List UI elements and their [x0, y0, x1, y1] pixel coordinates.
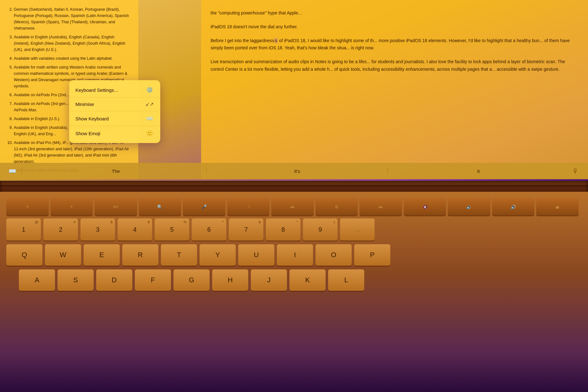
rewind-key[interactable]: ⏮ [271, 198, 314, 215]
list-item: Available on iPad Pro (M4), iP... genera… [14, 140, 131, 165]
function-key-row: ☀ ☀ ⊞⊟ 🔍 🎤 ☽ ⏮ ⏸ ⏭ 🔇 🔉 🔊 ⏏ [6, 198, 579, 215]
toolbar-keyboard-icon[interactable]: ⌨️ [6, 167, 22, 175]
keyboard-key-rows: ☀ ☀ ⊞⊟ 🔍 🎤 ☽ ⏮ ⏸ ⏭ 🔇 🔉 🔊 ⏏ 1 @ [0, 192, 588, 291]
right-document-panel: the "computing powerhouse" hype that App… [201, 0, 588, 179]
asdf-row: A S D F G H J K L [6, 269, 579, 291]
context-menu-item-show-emoji[interactable]: Show Emoji 🙂 [69, 126, 160, 141]
context-menu: Keyboard Settings... ⚙️ Minimise ↙↗ Show… [69, 80, 160, 143]
key-a[interactable]: A [19, 269, 55, 291]
key-u[interactable]: U [238, 244, 274, 266]
key-l[interactable]: L [328, 269, 364, 291]
show-keyboard-label: Show Keyboard [75, 116, 109, 121]
article-paragraph: Before I get into the laggardnesso of iP… [211, 37, 579, 52]
key-6[interactable]: 6 ^ [192, 218, 226, 240]
key-8[interactable]: 8 * [266, 218, 300, 240]
gear-icon: ⚙️ [145, 86, 154, 93]
physical-keyboard: ☀ ☀ ⊞⊟ 🔍 🎤 ☽ ⏮ ⏸ ⏭ 🔇 🔉 🔊 ⏏ 1 @ [0, 192, 588, 392]
key-3[interactable]: 3 $ [80, 218, 115, 240]
emoji-icon: 🙂 [145, 130, 154, 137]
key-1[interactable]: 1 @ [6, 218, 41, 240]
minimise-label: Minimise [75, 102, 94, 107]
key-h[interactable]: H [212, 269, 248, 291]
brightness-down-key[interactable]: ☀ [6, 198, 49, 215]
key-0[interactable]: ... [340, 218, 375, 240]
key-2[interactable]: 2 # [43, 218, 78, 240]
volume-up-key[interactable]: 🔊 [492, 198, 535, 215]
key-q[interactable]: Q [6, 244, 42, 266]
eject-key[interactable]: ⏏ [536, 198, 579, 215]
keyboard-toolbar: ⌨️ The It's It 🎙 [0, 163, 588, 179]
key-g[interactable]: G [173, 269, 210, 291]
key-p[interactable]: P [354, 244, 390, 266]
key-4[interactable]: 4 $ [118, 218, 152, 240]
minimise-icon: ↙↗ [145, 101, 154, 107]
key-w[interactable]: W [45, 244, 81, 266]
key-f[interactable]: F [135, 269, 171, 291]
suggestion-its[interactable]: It's [206, 166, 388, 176]
keyboard-icon: ⌨️ [145, 115, 154, 122]
dictation-key[interactable]: 🎤 [183, 198, 225, 215]
key-s[interactable]: S [58, 269, 94, 291]
key-y[interactable]: Y [200, 244, 236, 266]
key-5[interactable]: 5 % [155, 218, 189, 240]
key-i[interactable]: I [277, 244, 313, 266]
ipad-screen: German (Switzerland), Italian II, Korean… [0, 0, 588, 189]
show-emoji-label: Show Emoji [75, 131, 100, 136]
fast-forward-key[interactable]: ⏭ [360, 198, 402, 215]
list-item: German (Switzerland), Italian II, Korean… [14, 6, 131, 31]
do-not-disturb-key[interactable]: ☽ [227, 198, 270, 215]
mute-key[interactable]: 🔇 [404, 198, 446, 215]
list-item: Available with variables created using t… [14, 55, 131, 62]
suggestion-it[interactable]: It [388, 166, 569, 176]
key-k[interactable]: K [289, 269, 326, 291]
article-paragraph: Live transcription and summarization of … [211, 58, 579, 73]
article-text: the "computing powerhouse" hype that App… [211, 9, 579, 73]
key-o[interactable]: O [316, 244, 352, 266]
context-menu-item-minimise[interactable]: Minimise ↙↗ [69, 97, 160, 111]
context-menu-item-show-keyboard[interactable]: Show Keyboard ⌨️ [69, 111, 160, 126]
play-pause-key[interactable]: ⏸ [316, 198, 358, 215]
hinge-line [0, 185, 588, 186]
scene: German (Switzerland), Italian II, Korean… [0, 0, 588, 392]
key-e[interactable]: E [84, 244, 120, 266]
brightness-up-key[interactable]: ☀ [51, 198, 93, 215]
keyboard-settings-label: Keyboard Settings... [75, 87, 118, 93]
key-d[interactable]: D [96, 269, 132, 291]
number-key-row: 1 @ 2 # 3 $ 4 $ 5 % [6, 218, 579, 240]
suggestion-the[interactable]: The [25, 166, 206, 176]
key-7[interactable]: 7 & [229, 218, 263, 240]
toolbar-suggestions: The It's It [25, 166, 569, 176]
search-key[interactable]: 🔍 [139, 198, 181, 215]
article-paragraph: iPadOS 18 doesn't move the dial any furt… [211, 23, 579, 31]
context-menu-item-keyboard-settings[interactable]: Keyboard Settings... ⚙️ [69, 83, 160, 97]
qwerty-row: Q W E R T Y U I O P [6, 244, 579, 266]
key-9[interactable]: 9 ( [303, 218, 338, 240]
key-r[interactable]: R [122, 244, 158, 266]
volume-down-key[interactable]: 🔉 [448, 198, 490, 215]
key-t[interactable]: T [161, 244, 197, 266]
list-item: Available in English (Australia), Englis… [14, 34, 131, 53]
microphone-icon[interactable]: 🎙 [569, 168, 582, 175]
article-paragraph: the "computing powerhouse" hype that App… [211, 9, 579, 17]
mission-control-key[interactable]: ⊞⊟ [95, 198, 137, 215]
key-j[interactable]: J [251, 269, 287, 291]
